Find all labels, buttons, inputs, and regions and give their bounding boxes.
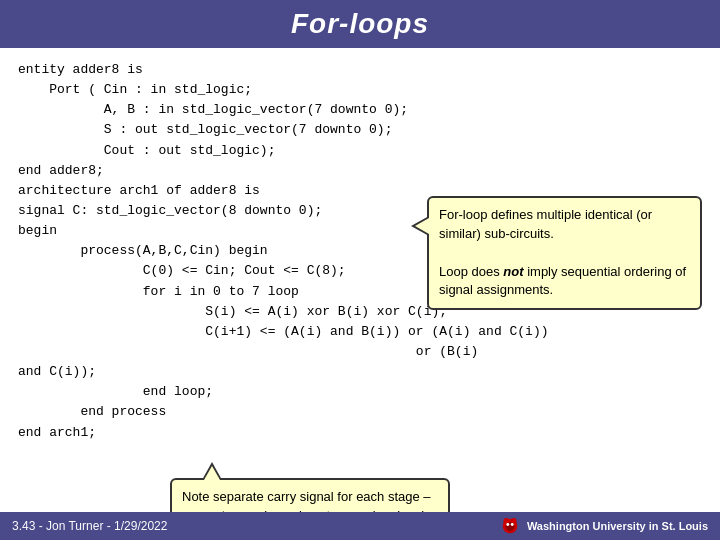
title-bar: For-loops [0,0,720,48]
footer: 3.43 - Jon Turner - 1/29/2022 Washington… [0,512,720,540]
svg-point-4 [506,523,509,526]
wustl-label: Washington University in St. Louis [527,520,708,532]
footer-citation: 3.43 - Jon Turner - 1/29/2022 [12,519,167,533]
tooltip-for-loop: For-loop defines multiple identical (or … [427,196,702,310]
footer-branding: Washington University in St. Louis [499,515,708,537]
page-title: For-loops [291,8,429,39]
tooltip1-text: For-loop defines multiple identical (or … [439,207,686,297]
main-content: entity adder8 is Port ( Cin : in std_log… [0,48,720,451]
svg-point-5 [511,523,514,526]
wustl-bear-icon [499,515,521,537]
